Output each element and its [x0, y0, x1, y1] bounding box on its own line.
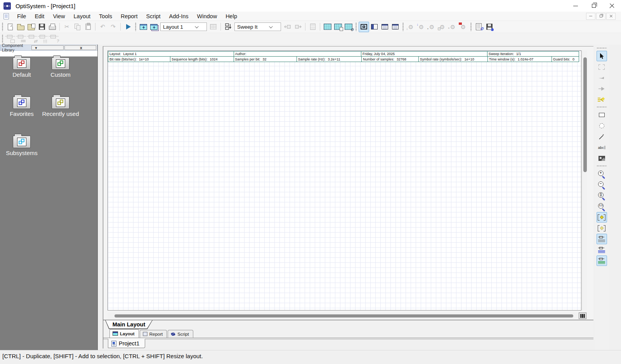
- script-flag-button[interactable]: ⚙: [458, 22, 468, 32]
- menu-tools[interactable]: Tools: [95, 12, 116, 20]
- view-details-button[interactable]: [390, 22, 401, 32]
- show-port-names-tool[interactable]: [597, 245, 607, 255]
- component-lines-button[interactable]: [16, 34, 27, 44]
- component-box-button[interactable]: [5, 34, 16, 44]
- tab-report[interactable]: Report: [140, 330, 167, 338]
- tab-project1[interactable]: Project1: [108, 339, 145, 348]
- script-download-button[interactable]: ↓⚙: [406, 22, 416, 32]
- mdi-minimize-button[interactable]: [586, 13, 595, 20]
- connect-ports-tool[interactable]: [597, 72, 607, 83]
- menu-help[interactable]: Help: [221, 12, 241, 20]
- folder-icon: [52, 57, 69, 70]
- horizontal-scrollbar[interactable]: [108, 312, 587, 319]
- restore-button[interactable]: [585, 0, 603, 12]
- script-save-button[interactable]: ▪⚙: [427, 22, 437, 32]
- library-folder-favorites[interactable]: Favorites: [2, 97, 42, 117]
- library-folder-subsystems[interactable]: Subsystems: [2, 136, 42, 156]
- new-project-button[interactable]: [5, 22, 16, 32]
- parameter-table-button[interactable]: [307, 22, 318, 32]
- script-find-button[interactable]: °⚙: [448, 22, 458, 32]
- save-project-button[interactable]: [36, 22, 47, 32]
- calculate-layout-button[interactable]: [322, 22, 333, 32]
- vertical-scrollbar-thumb[interactable]: [583, 57, 587, 172]
- save-report-button[interactable]: [484, 22, 494, 32]
- component-grid-button[interactable]: [38, 34, 49, 44]
- duplicate-layout-button[interactable]: [149, 22, 159, 32]
- component-help-button[interactable]: ?: [49, 34, 59, 44]
- print-button[interactable]: [47, 22, 57, 32]
- panel-close-button[interactable]: x: [64, 45, 96, 50]
- menu-layout[interactable]: Layout: [69, 12, 95, 20]
- component-swap-button[interactable]: ⇄: [27, 34, 38, 44]
- fit-horizontal-tool[interactable]: [597, 212, 607, 223]
- new-layout-button[interactable]: [138, 22, 149, 32]
- menu-addins[interactable]: Add-Ins: [165, 12, 193, 20]
- auto-connect-tool[interactable]: [597, 94, 607, 105]
- layout-combobox[interactable]: Layout 1: [160, 22, 207, 31]
- show-labels-tool[interactable]: [597, 234, 607, 244]
- toolbar-grip: [2, 22, 3, 31]
- layout-canvas[interactable]: Layout:Layout 1 Author: Friday, July 04,…: [108, 50, 581, 311]
- zoom-one-to-one-tool[interactable]: 1:1: [597, 201, 607, 212]
- undo-button[interactable]: ↶: [97, 22, 108, 32]
- menu-script[interactable]: Script: [142, 12, 165, 20]
- copy-button[interactable]: [72, 22, 83, 32]
- tab-script[interactable]: Script: [168, 330, 193, 338]
- zoom-out-tool[interactable]: −: [597, 179, 607, 190]
- rectangle-tool[interactable]: [597, 110, 607, 120]
- layout-settings-button[interactable]: ⚙: [343, 22, 354, 32]
- next-iteration-button[interactable]: [293, 22, 303, 32]
- main-layout-tab[interactable]: Main Layout: [105, 320, 153, 329]
- mdi-restore-button[interactable]: [596, 13, 605, 20]
- import-project-button[interactable]: [26, 22, 36, 32]
- component-library-body[interactable]: Default Custom Favorites Recently used S…: [0, 57, 97, 350]
- view-report-button[interactable]: [380, 22, 390, 32]
- view-split-button[interactable]: [369, 22, 380, 32]
- paste-button[interactable]: [83, 22, 93, 32]
- redo-button[interactable]: ↷: [108, 22, 118, 32]
- tab-layout[interactable]: Layout: [109, 329, 139, 338]
- menu-view[interactable]: View: [49, 12, 69, 20]
- show-parameters-tool[interactable]: [597, 255, 607, 266]
- menu-edit[interactable]: Edit: [30, 12, 49, 20]
- horizontal-scrollbar-thumb[interactable]: [114, 314, 573, 317]
- sweep-combobox[interactable]: Sweep Iteration: [234, 22, 281, 31]
- vertical-scrollbar[interactable]: [582, 50, 587, 311]
- calculate-run-button[interactable]: [123, 22, 133, 32]
- zoom-to-page-tool[interactable]: ▯: [597, 190, 607, 201]
- region-select-tool[interactable]: [597, 62, 607, 72]
- layout-overview-button[interactable]: [579, 312, 586, 319]
- connection-arrow-tool[interactable]: [597, 83, 607, 94]
- zoom-in-tool[interactable]: +: [597, 169, 607, 179]
- menu-report[interactable]: Report: [116, 12, 142, 20]
- report-options-button[interactable]: ⚙: [474, 22, 484, 32]
- library-folder-custom[interactable]: Custom: [40, 57, 81, 78]
- toolbar-separator: [59, 23, 60, 31]
- library-folder-default[interactable]: Default: [2, 57, 42, 78]
- text-tool[interactable]: abc: [597, 142, 607, 153]
- chevron-down-icon[interactable]: [258, 26, 281, 28]
- menu-file[interactable]: File: [13, 12, 30, 20]
- layout-properties-button[interactable]: [208, 22, 219, 32]
- menu-window[interactable]: Window: [193, 12, 222, 20]
- ellipse-tool[interactable]: [597, 121, 607, 131]
- open-project-button[interactable]: [16, 22, 26, 32]
- library-folder-recently-used[interactable]: Recently used: [40, 97, 81, 117]
- panel-menu-button[interactable]: ▾: [31, 45, 63, 50]
- close-button[interactable]: [603, 0, 621, 12]
- previous-iteration-button[interactable]: [282, 22, 293, 32]
- component-library-titlebar[interactable]: Component Library ▾ x: [0, 45, 97, 51]
- layout-page-button[interactable]: [333, 22, 343, 32]
- view-layout-button[interactable]: [359, 22, 369, 32]
- script-generate-button[interactable]: ↓⚙: [416, 22, 427, 32]
- image-tool[interactable]: [597, 153, 607, 164]
- script-open-button[interactable]: ◻⚙: [437, 22, 448, 32]
- mdi-close-button[interactable]: [606, 13, 616, 20]
- minimize-button[interactable]: [566, 0, 585, 12]
- fit-vertical-tool[interactable]: [597, 223, 607, 233]
- chevron-down-icon[interactable]: [184, 26, 206, 28]
- select-tool[interactable]: [597, 51, 607, 61]
- line-tool[interactable]: [597, 131, 607, 142]
- cut-button[interactable]: ✂: [62, 22, 72, 32]
- sweep-mode-button[interactable]: [223, 22, 233, 32]
